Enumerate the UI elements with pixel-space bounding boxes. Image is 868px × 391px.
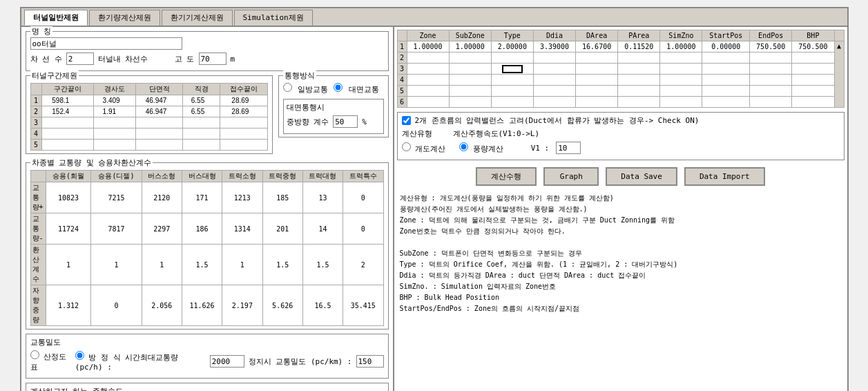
tab-bar: 터널일반제원 환기량계산제원 환기기계산제원 Simulation제원 <box>21 8 847 27</box>
info-line-2: 풍량계산(주어진 개도에서 실제발생하는 풍량을 계산함.) <box>400 204 842 215</box>
main-content: 명 칭 차 선 수 터널내 차선수 고 도 m <box>21 27 847 391</box>
speed-title: 계산하고자 하는 주행속도 <box>30 386 384 391</box>
table-row: 5 <box>397 86 844 97</box>
height-input[interactable] <box>199 53 226 65</box>
vh-col3: 버스소형 <box>142 171 182 182</box>
tunnel-section-title: 터널구간제원 <box>30 70 79 81</box>
center-value-input[interactable] <box>333 115 358 128</box>
rg-col-subzone: SubZone <box>449 30 491 41</box>
info-line-10: BHP : Bulk Head Position <box>400 292 842 303</box>
table-row: 5 <box>30 140 267 151</box>
tab-ventilation-calc[interactable]: 환기량계산제원 <box>89 10 160 26</box>
info-line-1: 계산유형 : 개도계산(풍량을 일정하게 하기 위한 개도를 계산함) <box>400 193 842 204</box>
tunnel-name-input[interactable] <box>30 37 182 50</box>
info-text-area: 계산유형 : 개도계산(풍량을 일정하게 하기 위한 개도를 계산함) 풍량계산… <box>397 190 845 317</box>
lanes-input[interactable] <box>66 53 94 65</box>
vh-col0 <box>30 171 46 182</box>
data-import-button[interactable]: Data Import <box>684 167 765 186</box>
main-window: 터널일반제원 환기량계산제원 환기기계산제원 Simulation제원 명 칭 … <box>20 7 849 391</box>
traffic-mode-col: 통행방식 일방교통 대면교통 대면통행시 중방향 계수 % <box>278 75 389 158</box>
calc-speed-label: 계산주행속도(V1:0->L) <box>453 128 540 139</box>
calc-type-label: 계산유형 <box>402 128 432 139</box>
calc-run-button[interactable]: 계산수행 <box>476 167 537 186</box>
left-panel: 명 칭 차 선 수 터널내 차선수 고 도 m <box>21 27 394 391</box>
table-row: 3 <box>30 117 267 128</box>
traffic-density-section: 교통밀도 산정도표 방 정 식 시간최대교통량(pc/h) : 정지시 교통밀도… <box>26 334 389 379</box>
calc-type-row: 계산유형 계산주행속도(V1:0->L) <box>402 128 840 139</box>
col-area: 단면적 <box>136 84 183 95</box>
vehicle-table: 승용(회월 승용(디젤) 버스소형 버스대형 트럭소형 트럭중형 트럭대형 트럭… <box>30 170 384 326</box>
tab-simulation[interactable]: Simulation제원 <box>234 10 313 26</box>
height-unit: m <box>231 55 235 64</box>
rg-col-num <box>397 30 407 41</box>
vh-col7: 트럭대형 <box>302 171 343 182</box>
tab-ventilation-machine[interactable]: 환기기계산제원 <box>162 10 233 26</box>
radio-open-calc[interactable]: 개도계산 <box>402 142 446 154</box>
tunnel-section-group: 터널구간제원 구간끝이 경사도 단면적 직경 접수끝이 <box>26 75 273 154</box>
table-row: 자향중량 1.312 0 2.056 11.626 2.197 5.626 16… <box>30 285 383 326</box>
table-row: 환산계수 1 1 1 1.5 1 1.5 1.5 2 <box>30 245 383 285</box>
table-row: 1 1.00000 1.00000 2.00000 3.39000 16.670… <box>397 41 844 53</box>
info-line-11: StartPos/EndPos : Zone의 흐름의 시작지점/끝지점 <box>400 303 842 314</box>
col-end: 구간끝이 <box>41 84 94 95</box>
tunnel-section-area: 터널구간제원 구간끝이 경사도 단면적 직경 접수끝이 <box>26 75 389 158</box>
vehicle-section: 차종별 교통량 및 승용차환산계수 승용(회월 승용(디젤) 버스소형 버스대형… <box>26 162 389 330</box>
info-line-9: SimZno. : Simulation 입력자료의 Zone번호 <box>400 281 842 292</box>
vehicle-group: 차종별 교통량 및 승용차환산계수 승용(회월 승용(디젤) 버스소형 버스대형… <box>26 162 389 330</box>
col-diam: 직경 <box>183 84 220 95</box>
traffic-density-title: 교통밀도 <box>30 337 384 347</box>
speed-section: 계산하고자 하는 주행속도 | | | | | | | <box>26 383 389 391</box>
opposite-section: 대면통행시 중방향 계수 % <box>283 99 384 134</box>
table-row: 교통량+ 10823 7215 2120 171 1213 185 13 0 <box>30 182 383 213</box>
tunnel-lanes-row: 차 선 수 터널내 차선수 고 도 m <box>30 53 384 65</box>
v1-input[interactable] <box>556 142 581 154</box>
tunnel-section-table: 구간끝이 경사도 단면적 직경 접수끝이 1 <box>30 83 268 151</box>
center-factor-row: 중방향 계수 % <box>287 115 380 128</box>
tunnel-group-title: 명 칭 <box>30 26 53 37</box>
table-row: 4 <box>397 75 844 86</box>
rg-col-zone: Zone <box>407 30 449 41</box>
table-row: 6 <box>397 97 844 108</box>
info-line-8: Ddia : 덕트의 등가직경 DArea : duct 단면적 DArea :… <box>400 270 842 281</box>
tunnel-name-group: 명 칭 차 선 수 터널내 차선수 고 도 m <box>26 31 389 71</box>
traffic-value-input[interactable] <box>210 355 244 368</box>
right-data-table: Zone SubZone Type Ddia DArea PArea SimZn… <box>397 30 845 108</box>
vh-col2: 승용(디젤) <box>91 171 142 182</box>
scrollbar-right[interactable]: ▲ <box>834 41 844 108</box>
balance-checkbox[interactable] <box>402 116 411 125</box>
vh-col8: 트럭특수 <box>343 171 383 182</box>
radio-flow-calc[interactable]: 풍량계산 <box>459 142 503 154</box>
table-row: 1 <box>30 95 267 106</box>
traffic-mode-title: 통행방식 <box>283 70 316 81</box>
radio-oneway[interactable]: 일방교통 <box>283 83 329 95</box>
height-label: 고 도 <box>175 54 195 64</box>
radio-twoway[interactable]: 대면교통 <box>334 83 379 95</box>
tab-tunnel-general[interactable]: 터널일반제원 <box>24 10 88 26</box>
info-line-7: Type : 덕트의 Orifice Coef, 계산을 위함. (1 : 균일… <box>400 259 842 270</box>
graph-button[interactable]: Graph <box>543 167 599 186</box>
rg-col-type: Type <box>491 30 533 41</box>
density-value-input[interactable] <box>356 355 384 368</box>
rg-col-scroll <box>834 30 844 41</box>
vehicle-title: 차종별 교통량 및 승용차환산계수 <box>30 158 153 168</box>
radio-formula[interactable]: 방 정 식 시간최대교통량(pc/h) : <box>75 351 206 372</box>
lanes-label: 차 선 수 <box>30 54 62 64</box>
rg-col-bhp: BHP <box>792 30 834 41</box>
rg-col-startpos: StartPos <box>702 30 750 41</box>
traffic-mode-group: 통행방식 일방교통 대면교통 대면통행시 중방향 계수 % <box>278 75 389 137</box>
density-label: 정지시 교통밀도 (pc/km) : <box>249 356 352 367</box>
table-row: 4 <box>30 128 267 140</box>
checkbox-balance-row: 2개 존흐름의 압력밸런스 고려(Duct에서 합류가 발생하는 경우-> Ch… <box>402 115 840 126</box>
tunnel-name-row <box>30 37 384 50</box>
info-line-4: Zone번호는 덕트수 만큼 정의되거나 작아야 한다. <box>400 226 842 237</box>
col-slope: 경사도 <box>94 84 136 95</box>
data-save-button[interactable]: Data Save <box>606 167 677 186</box>
rg-col-darea: DArea <box>576 30 618 41</box>
right-panel: Zone SubZone Type Ddia DArea PArea SimZn… <box>394 27 847 391</box>
vh-col5: 트럭소형 <box>222 171 262 182</box>
rg-col-simzno: SimZno <box>660 30 702 41</box>
inner-lanes-label: 터널내 차선수 <box>98 54 148 64</box>
calc-buttons-row: 계산수행 Graph Data Save Data Import <box>397 167 845 186</box>
radio-chart[interactable]: 산정도표 <box>30 350 71 372</box>
table-row: 2 <box>397 53 844 64</box>
